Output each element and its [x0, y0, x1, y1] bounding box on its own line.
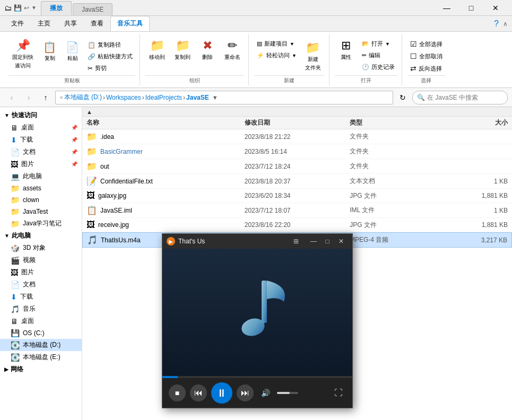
- ribbon-tab-share[interactable]: 共享: [57, 16, 84, 31]
- paste-shortcut-button[interactable]: 🔗粘贴快捷方式: [85, 51, 135, 62]
- history-button[interactable]: 🕐历史记录: [359, 62, 397, 73]
- title-icon-undo: ↩: [24, 4, 29, 12]
- sidebar-item-music[interactable]: 🎵音乐: [0, 303, 82, 315]
- player-content: [162, 249, 352, 376]
- ribbon-tab-music-tools[interactable]: 音乐工具: [110, 16, 150, 31]
- file-row[interactable]: 📁BasicGrammer 2023/8/5 16:14 文件夹: [82, 144, 512, 159]
- copy-path-button[interactable]: 📋复制路径: [85, 39, 135, 50]
- sidebar-item-osc[interactable]: 💾OS (C:): [0, 327, 82, 339]
- sidebar-thispc-header[interactable]: ▼ 此电脑: [0, 230, 82, 242]
- sidebar-section-thispc: ▼ 此电脑 🎲3D 对象 🎬视频 🖼图片 📄文档 ⬇下载 🎵音乐: [0, 230, 82, 363]
- open-dropdown-button[interactable]: 📂打开▼: [359, 38, 397, 49]
- player-prev-button[interactable]: ⏮: [190, 384, 207, 401]
- sidebar-item-documents2[interactable]: 📄文档: [0, 278, 82, 291]
- search-box[interactable]: 🔍: [412, 91, 508, 104]
- copy-button[interactable]: 📋 复制: [39, 38, 60, 65]
- forward-button[interactable]: ›: [21, 91, 36, 104]
- player-stop-button[interactable]: ■: [169, 384, 186, 401]
- title-dropdown[interactable]: ▼: [31, 5, 37, 11]
- player-play-pause-button[interactable]: ⏸: [211, 382, 232, 404]
- player-next-button[interactable]: ⏭: [237, 384, 254, 401]
- sidebar-item-thispc-quick[interactable]: 💻此电脑: [0, 170, 82, 182]
- ribbon-tab-view[interactable]: 查看: [84, 16, 110, 31]
- sidebar-item-clown[interactable]: 📁clown: [0, 194, 82, 206]
- refresh-button[interactable]: ↻: [395, 91, 410, 104]
- sidebar-item-localdiske[interactable]: 💽本地磁盘 (E:): [0, 351, 82, 363]
- file-row[interactable]: 🖼receive.jpg 2023/8/16 22:20 JPG 文件 1,88…: [82, 218, 512, 232]
- player-controls: ■ ⏮ ⏸ ⏭ 🔊 ⛶: [162, 378, 352, 408]
- player-fullscreen-button[interactable]: ⛶: [331, 386, 346, 400]
- move-to-button[interactable]: 📁 移动到: [145, 36, 169, 64]
- media-player: ▶ That's Us ⊞ — □ ✕: [162, 233, 353, 408]
- player-progress-bar[interactable]: [162, 376, 352, 378]
- sidebar-item-assets[interactable]: 📁assets: [0, 182, 82, 194]
- help-icon[interactable]: ?: [494, 19, 499, 29]
- breadcrumb-workspaces[interactable]: Workspaces: [106, 94, 141, 101]
- select-none-button[interactable]: ☐全部取消: [407, 50, 445, 62]
- sidebar-item-downloads2[interactable]: ⬇下载: [0, 291, 82, 303]
- player-close-button[interactable]: ✕: [334, 236, 348, 247]
- open-group-label: 打开: [335, 75, 397, 85]
- sidebar-network-header[interactable]: ▶ 网络: [0, 363, 82, 375]
- breadcrumb-drive[interactable]: 本地磁盘 (D:): [64, 93, 102, 102]
- select-group-label: 选择: [407, 75, 445, 85]
- col-header-size[interactable]: 大小: [455, 118, 508, 127]
- sidebar-item-desktop[interactable]: 🖥桌面📌: [0, 121, 82, 134]
- ribbon-group-clipboard: 📌 固定到快 速访问 📋 复制 📄 粘贴 📋复制路径: [4, 34, 140, 85]
- pin-to-quickaccess-button[interactable]: 📌 固定到快 速访问: [8, 36, 37, 72]
- sidebar-item-pictures[interactable]: 🖼图片📌: [0, 158, 82, 170]
- sidebar: ▼ 快速访问 🖥桌面📌 ⬇下载📌 📄文档📌 🖼图片📌 💻此电脑 📁assets: [0, 107, 82, 420]
- easy-access-button[interactable]: ⚡轻松访问▼: [254, 50, 299, 61]
- close-button[interactable]: ✕: [483, 0, 508, 16]
- col-header-date[interactable]: 修改日期: [245, 118, 350, 127]
- properties-button[interactable]: ⊞ 属性: [335, 36, 357, 64]
- ribbon-tab-file[interactable]: 文件: [4, 16, 31, 31]
- rename-button[interactable]: ✏ 重命名: [221, 36, 244, 64]
- player-volume-button[interactable]: 🔊: [258, 386, 273, 400]
- copy-to-button[interactable]: 📁 复制到: [171, 36, 194, 64]
- sidebar-item-localdiskd[interactable]: 💽本地磁盘 (D:): [0, 339, 82, 351]
- maximize-button[interactable]: □: [459, 0, 483, 16]
- player-minimize-button[interactable]: —: [307, 236, 320, 247]
- sidebar-item-pictures2[interactable]: 🖼图片: [0, 266, 82, 278]
- player-grid-icon[interactable]: ⊞: [290, 236, 302, 247]
- sidebar-item-downloads[interactable]: ⬇下载📌: [0, 134, 82, 146]
- paste-button[interactable]: 📄 粘贴: [62, 38, 83, 65]
- sidebar-quickaccess-header[interactable]: ▼ 快速访问: [0, 109, 82, 121]
- sidebar-item-javatest[interactable]: 📁JavaTest: [0, 206, 82, 217]
- sidebar-item-java-notes[interactable]: 📁Java学习笔记: [0, 217, 82, 230]
- select-all-button[interactable]: ☑全部选择: [407, 38, 445, 50]
- file-row[interactable]: 📋JavaSE.iml 2023/7/12 18:07 IML 文件 1 KB: [82, 203, 512, 218]
- file-row[interactable]: 📁.idea 2023/8/18 21:22 文件夹: [82, 129, 512, 144]
- player-volume-slider[interactable]: [277, 392, 298, 394]
- up-button[interactable]: ↑: [38, 91, 53, 104]
- breadcrumb-idealprojects[interactable]: IdealProjects: [145, 94, 182, 101]
- breadcrumb-javase[interactable]: JavaSE: [186, 94, 209, 101]
- file-row[interactable]: 📁out 2023/7/12 18:24 文件夹: [82, 159, 512, 174]
- minimize-button[interactable]: —: [435, 0, 459, 16]
- file-list-header: 名称 修改日期 类型 大小: [82, 117, 512, 129]
- back-button[interactable]: ‹: [4, 91, 19, 104]
- sidebar-section-quickaccess: ▼ 快速访问 🖥桌面📌 ⬇下载📌 📄文档📌 🖼图片📌 💻此电脑 📁assets: [0, 109, 82, 230]
- window-icon: 🗂: [4, 4, 12, 12]
- title-tab-javase[interactable]: JavaSE: [73, 3, 112, 15]
- file-row[interactable]: 📝ConfidentialFile.txt 2023/8/18 20:37 文本…: [82, 174, 512, 189]
- invert-selection-button[interactable]: ⇄反向选择: [407, 63, 445, 74]
- title-tab-play[interactable]: 播放: [41, 1, 72, 15]
- sidebar-item-video[interactable]: 🎬视频: [0, 254, 82, 266]
- sidebar-item-documents[interactable]: 📄文档📌: [0, 146, 82, 158]
- file-row[interactable]: 🖼galaxy.jpg 2023/6/20 18:34 JPG 文件 1,881…: [82, 189, 512, 203]
- sidebar-item-desktop2[interactable]: 🖥桌面: [0, 315, 82, 327]
- delete-button[interactable]: ✖ 删除: [196, 36, 219, 64]
- player-maximize-button[interactable]: □: [320, 236, 334, 247]
- col-header-name[interactable]: 名称: [86, 118, 245, 127]
- edit-button[interactable]: ✏编辑: [359, 50, 397, 61]
- sidebar-item-3d[interactable]: 🎲3D 对象: [0, 242, 82, 254]
- search-input[interactable]: [427, 94, 507, 101]
- ribbon-tab-home[interactable]: 主页: [31, 16, 57, 31]
- new-folder-button[interactable]: 📁 新建 文件夹: [301, 38, 325, 74]
- new-item-button[interactable]: ▤新建项目▼: [254, 38, 299, 49]
- col-header-type[interactable]: 类型: [350, 118, 455, 127]
- collapse-ribbon-icon[interactable]: ∧: [503, 20, 508, 28]
- cut-button[interactable]: ✂剪切: [85, 63, 135, 74]
